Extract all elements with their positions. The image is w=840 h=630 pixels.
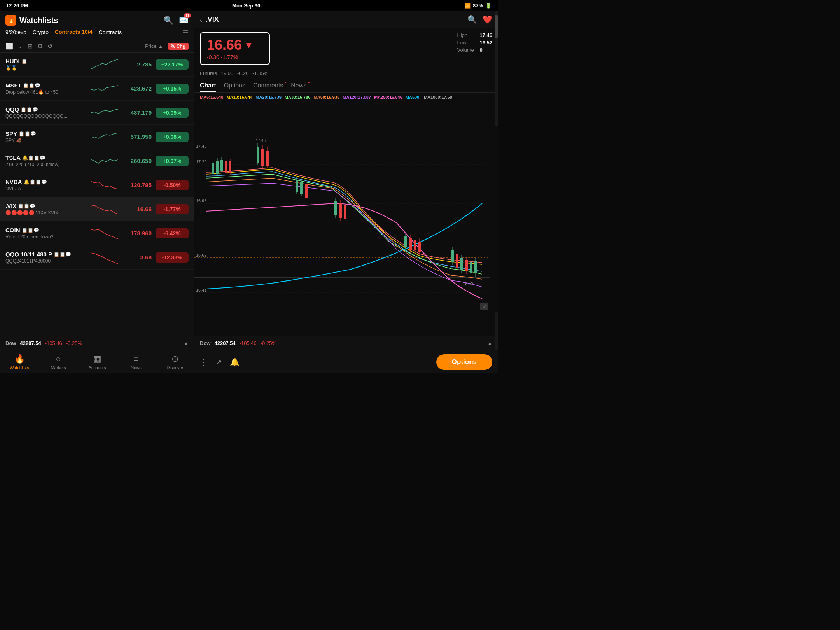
symbol-icons: 📋	[21, 59, 27, 64]
tab-options[interactable]: Options	[224, 82, 245, 92]
tab-crypto[interactable]: Crypto	[33, 29, 49, 37]
tab-contracts[interactable]: Contracts	[98, 29, 122, 37]
symbol-row: NVDA 🔔📋📋💬	[5, 178, 86, 185]
chg-badge[interactable]: % Chg	[168, 43, 189, 50]
watchlist-item[interactable]: QQQ 10/11 480 P 📋📋💬 QQQ241011P480000 3.6…	[0, 245, 194, 270]
stat-volume: Volume 0	[457, 47, 492, 53]
tab-contracts-active[interactable]: Contracts 10/4	[55, 29, 92, 37]
search-icon-right[interactable]: 🔍	[467, 15, 477, 24]
search-icon[interactable]: 🔍	[164, 16, 173, 25]
toolbar-down-icon[interactable]: ⌄	[18, 42, 23, 50]
markets-icon: ○	[56, 354, 61, 364]
status-time: 12:26 PM	[6, 3, 28, 9]
notification-bell[interactable]: ✉️ 33	[179, 16, 189, 25]
collapse-icon[interactable]: ▲	[487, 340, 492, 346]
symbol-text: QQQ	[5, 106, 19, 113]
ma500: MA500:	[406, 95, 421, 100]
tabs-menu-icon[interactable]: ☰	[182, 29, 189, 37]
tab-9-20-exp[interactable]: 9/20:exp	[5, 29, 26, 37]
svg-text:17.29: 17.29	[196, 159, 207, 164]
symbol-row: COIN 📋📋💬	[5, 227, 86, 233]
mini-chart	[91, 130, 118, 144]
toolbar-grid-icon[interactable]: ⊞	[28, 42, 33, 50]
ma20: MA20:16.739	[256, 95, 282, 100]
left-panel: 🔥 Watchlists 🔍 ✉️ 33 9/20:exp Crypto Con…	[0, 11, 194, 350]
change-badge: +0.07%	[156, 156, 189, 166]
toolbar-sort: Price ▲	[145, 43, 163, 49]
back-button[interactable]: ‹	[200, 15, 203, 24]
watchlist-item[interactable]: TSLA 🔔📋📋💬 219, 225 (210, 200 below) 260.…	[0, 149, 194, 173]
dow-change: -105.46	[45, 340, 62, 346]
ma5: MA5:16.648	[200, 95, 224, 100]
watchlist-item[interactable]: HUDI 📋 🥇🥇 2.785 +22.17%	[0, 52, 194, 77]
right-panel: ‹ .VIX 🔍 ❤️ 16.66 ▼ -0.30 -1.77% High 17…	[194, 11, 498, 350]
status-bar: 12:26 PM Mon Sep 30 📶 87% 🔋	[0, 0, 498, 11]
share-icon[interactable]: ↗	[215, 357, 222, 367]
watchlist-item[interactable]: COIN 📋📋💬 Retest 205 then down? 178.960 -…	[0, 221, 194, 245]
watchlist-item[interactable]: NVDA 🔔📋📋💬 NVIDIA 120.795 -0.50%	[0, 173, 194, 197]
nav-discover[interactable]: ⊕Discover	[156, 354, 194, 370]
symbol-text: MSFT	[5, 82, 21, 89]
item-note: 🔴🔴🔴🔴🔴 VIXVIXVIX	[5, 210, 86, 215]
tab-news[interactable]: News	[291, 82, 306, 92]
price-change: -0.30	[207, 54, 219, 60]
bell-icon-right[interactable]: 🔔	[230, 357, 240, 367]
low-value: 16.52	[480, 40, 492, 46]
symbol-text: NVDA	[5, 178, 22, 185]
tab-comments[interactable]: Comments	[253, 82, 283, 92]
symbol-text: COIN	[5, 227, 20, 233]
expand-icon[interactable]: ▲	[184, 340, 189, 346]
item-price: 178.960	[122, 230, 152, 236]
item-price: 260.650	[122, 158, 152, 164]
low-label: Low	[457, 40, 476, 46]
symbol-row: QQQ 10/11 480 P 📋📋💬	[5, 251, 86, 257]
symbol-icons: 🔔📋📋💬	[22, 155, 46, 161]
more-icon[interactable]: ⋮	[200, 357, 208, 367]
symbol-icons: 📋📋💬	[23, 83, 40, 88]
toolbar-undo-icon[interactable]: ↺	[47, 42, 52, 50]
symbol-text: TSLA	[5, 154, 21, 161]
ma-indicators: MA5:16.648 MA10:16.644 MA20:16.739 MA30:…	[194, 93, 498, 102]
watchlist-scroll[interactable]: HUDI 📋 🥇🥇 2.785 +22.17% MSFT 📋📋💬 Drop be…	[0, 52, 194, 336]
heart-icon[interactable]: ❤️	[483, 15, 492, 24]
tab-chart[interactable]: Chart	[200, 82, 216, 92]
watchlist-item[interactable]: MSFT 📋📋💬 Drop below 461🔥 to 450 428.672 …	[0, 77, 194, 101]
watchlist-item[interactable]: QQQ 📋📋💬 QQQQQQQQQQQQQQQQ... 487.179 +0.0…	[0, 101, 194, 125]
item-info: MSFT 📋📋💬 Drop below 461🔥 to 450	[5, 82, 86, 95]
nav-label: Markets	[51, 365, 66, 370]
watchlist-item[interactable]: SPY 📋📋💬 SPY 🦧 571.950 +0.08%	[0, 125, 194, 149]
price-box-container: 16.66 ▼ -0.30 -1.77% High 17.46 Low 16.5…	[194, 28, 498, 69]
symbol-row: MSFT 📋📋💬	[5, 82, 86, 89]
discover-icon: ⊕	[172, 354, 178, 364]
dow-label: Dow	[5, 340, 16, 346]
chart-svg: 17.46 17.29 16.98 16.69 16.41 16.52	[194, 102, 498, 336]
stat-high: High 17.46	[457, 32, 492, 38]
toolbar-settings-icon[interactable]: ⚙	[37, 42, 43, 50]
nav-markets[interactable]: ○Markets	[39, 354, 78, 370]
change-badge: -12.38%	[156, 252, 189, 262]
nav-accounts[interactable]: ▦Accounts	[78, 354, 117, 370]
nav-watchlists[interactable]: 🔥Watchlists	[0, 354, 39, 370]
item-price: 428.672	[122, 85, 152, 92]
nav-label: Discover	[167, 365, 184, 370]
mini-chart	[91, 202, 118, 216]
change-badge: +0.15%	[156, 84, 189, 94]
dow-change-right: -105.46	[240, 340, 257, 346]
futures-change: -0.26	[237, 70, 249, 76]
item-info: NVDA 🔔📋📋💬 NVIDIA	[5, 178, 86, 191]
watchlist-item-vix[interactable]: .VIX 📋📋💬 🔴🔴🔴🔴🔴 VIXVIXVIX 16.66 -1.77%	[0, 197, 194, 221]
options-button[interactable]: Options	[436, 354, 492, 370]
symbol-text: .VIX	[5, 203, 16, 209]
app-title-group: 🔥 Watchlists	[5, 15, 58, 26]
futures-row: Futures 19.05 -0.26 -1.35%	[194, 69, 498, 79]
ma10: MA10:16.644	[227, 95, 253, 100]
ma30: MA30:16.786	[285, 95, 311, 100]
bottom-ticker-right: Dow 42207.54 -105.46 -0.25% ▲	[194, 336, 498, 350]
item-info: HUDI 📋 🥇🥇	[5, 58, 86, 71]
toolbar-copy-icon[interactable]: ⬜	[5, 42, 13, 50]
change-badge: +22.17%	[156, 60, 189, 70]
app-logo: 🔥	[5, 15, 16, 26]
volume-label: Volume	[457, 47, 476, 53]
nav-news[interactable]: ≡News	[117, 354, 156, 370]
mini-chart	[91, 226, 118, 240]
